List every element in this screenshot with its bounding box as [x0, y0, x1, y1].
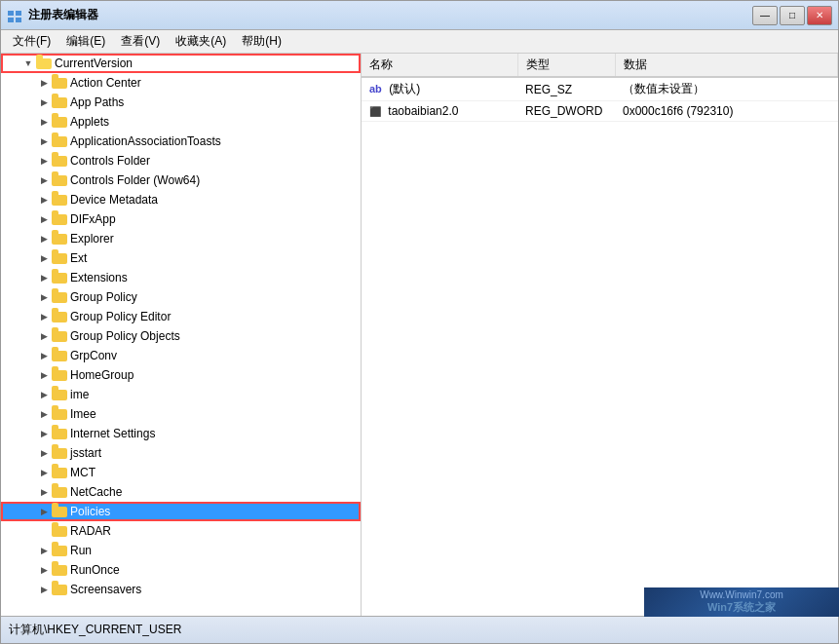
- folder-icon-internet-settings: [52, 427, 67, 440]
- tree-item-device-metadata[interactable]: Device Metadata: [1, 190, 361, 209]
- folder-icon-ext: [52, 251, 67, 265]
- expand-arrow-app-paths[interactable]: [36, 95, 52, 110]
- col-header-type[interactable]: 类型: [517, 54, 615, 77]
- expand-arrow-policies[interactable]: [36, 504, 52, 519]
- menu-view[interactable]: 查看(V): [113, 31, 168, 52]
- tree-item-group-policy-editor[interactable]: Group Policy Editor: [1, 307, 361, 326]
- table-header: 名称 类型 数据: [362, 54, 838, 77]
- folder-icon-imee: [52, 407, 67, 421]
- expand-arrow-difxapp[interactable]: [36, 211, 52, 227]
- expand-arrow-device-metadata[interactable]: [36, 192, 52, 208]
- table-row[interactable]: ⬛ taobaibian2.0 REG_DWORD 0x000c16f6 (79…: [362, 101, 838, 122]
- expand-arrow-current-version[interactable]: [20, 56, 36, 71]
- tree-item-app-paths[interactable]: App Paths: [1, 93, 361, 112]
- svg-rect-1: [16, 11, 21, 16]
- svg-rect-3: [16, 18, 21, 22]
- menu-edit[interactable]: 编辑(E): [58, 31, 113, 52]
- folder-icon-device-metadata: [52, 193, 67, 207]
- tree-label-imee: Imee: [70, 407, 96, 421]
- tree-item-ime[interactable]: ime: [1, 385, 361, 404]
- binary-icon: ⬛: [369, 106, 381, 117]
- tree-item-radar[interactable]: RADAR: [1, 521, 361, 541]
- menu-file[interactable]: 文件(F): [5, 31, 58, 52]
- expand-arrow-jsstart[interactable]: [36, 445, 52, 461]
- expand-arrow-imee[interactable]: [36, 406, 52, 422]
- tree-item-action-center[interactable]: Action Center: [1, 73, 361, 93]
- expand-arrow-group-policy-objects[interactable]: [36, 328, 52, 344]
- maximize-button[interactable]: □: [780, 6, 805, 25]
- registry-values-panel: 名称 类型 数据 ab (默认) REG_SZ （数值未设置）: [362, 54, 838, 616]
- tree-item-controls-folder-wow[interactable]: Controls Folder (Wow64): [1, 170, 361, 190]
- tree-label-runonce: RunOnce: [70, 563, 120, 577]
- tree-item-policies[interactable]: Policies: [1, 502, 361, 521]
- folder-icon-runonce: [52, 563, 67, 577]
- folder-icon-policies: [52, 505, 67, 518]
- table-row[interactable]: ab (默认) REG_SZ （数值未设置）: [362, 77, 838, 101]
- folder-icon-run: [52, 544, 67, 557]
- expand-arrow-applets[interactable]: [36, 114, 52, 130]
- tree-item-current-version[interactable]: CurrentVersion: [1, 54, 361, 73]
- expand-arrow-grpconv[interactable]: [36, 348, 52, 363]
- main-content: CurrentVersion Action Center App Paths A…: [1, 54, 838, 616]
- tree-item-imee[interactable]: Imee: [1, 404, 361, 424]
- expand-arrow-app-association[interactable]: [36, 133, 52, 149]
- expand-arrow-group-policy-editor[interactable]: [36, 309, 52, 324]
- tree-label-group-policy: Group Policy: [70, 290, 137, 304]
- tree-item-explorer[interactable]: Explorer: [1, 229, 361, 248]
- registry-table: 名称 类型 数据 ab (默认) REG_SZ （数值未设置）: [362, 54, 838, 122]
- expand-arrow-group-policy[interactable]: [36, 289, 52, 305]
- minimize-button[interactable]: —: [752, 6, 778, 25]
- expand-arrow-ime[interactable]: [36, 387, 52, 402]
- expand-arrow-homegroup[interactable]: [36, 367, 52, 383]
- tree-label-controls-folder: Controls Folder: [70, 154, 150, 168]
- tree-item-app-association[interactable]: ApplicationAssociationToasts: [1, 132, 361, 151]
- menu-favorites[interactable]: 收藏夹(A): [168, 31, 234, 52]
- expand-arrow-ext[interactable]: [36, 250, 52, 266]
- tree-item-run[interactable]: Run: [1, 541, 361, 560]
- tree-label-device-metadata: Device Metadata: [70, 193, 158, 207]
- folder-icon-current-version: [36, 57, 52, 70]
- col-header-name[interactable]: 名称: [362, 54, 517, 77]
- tree-item-controls-folder[interactable]: Controls Folder: [1, 151, 361, 170]
- folder-icon-difxapp: [52, 212, 67, 226]
- expand-arrow-internet-settings[interactable]: [36, 426, 52, 441]
- expand-arrow-run[interactable]: [36, 543, 52, 558]
- expand-arrow-controls-folder-wow[interactable]: [36, 172, 52, 188]
- tree-item-screensavers[interactable]: Screensavers: [1, 580, 361, 599]
- tree-item-difxapp[interactable]: DIFxApp: [1, 209, 361, 229]
- cell-type-default: REG_SZ: [517, 77, 615, 101]
- tree-item-applets[interactable]: Applets: [1, 112, 361, 132]
- tree-label-radar: RADAR: [70, 524, 111, 538]
- folder-icon-app-paths: [52, 95, 67, 109]
- folder-icon-grpconv: [52, 349, 67, 362]
- tree-label-policies: Policies: [70, 505, 110, 518]
- expand-arrow-controls-folder[interactable]: [36, 153, 52, 169]
- close-button[interactable]: ✕: [807, 6, 832, 25]
- tree-item-group-policy[interactable]: Group Policy: [1, 287, 361, 307]
- expand-arrow-extensions[interactable]: [36, 270, 52, 285]
- expand-arrow-runonce[interactable]: [36, 562, 52, 578]
- tree-item-extensions[interactable]: Extensions: [1, 268, 361, 287]
- tree-item-group-policy-objects[interactable]: Group Policy Objects: [1, 326, 361, 346]
- expand-arrow-action-center[interactable]: [36, 75, 52, 91]
- svg-rect-2: [8, 18, 14, 22]
- col-header-data[interactable]: 数据: [615, 54, 838, 77]
- folder-icon-applets: [52, 115, 67, 129]
- tree-item-runonce[interactable]: RunOnce: [1, 560, 361, 580]
- tree-item-internet-settings[interactable]: Internet Settings: [1, 424, 361, 443]
- expand-arrow-explorer[interactable]: [36, 231, 52, 246]
- registry-tree[interactable]: CurrentVersion Action Center App Paths A…: [1, 54, 362, 616]
- tree-item-jsstart[interactable]: jsstart: [1, 443, 361, 463]
- tree-item-mct[interactable]: MCT: [1, 463, 361, 482]
- tree-label-action-center: Action Center: [70, 76, 141, 90]
- tree-item-netcache[interactable]: NetCache: [1, 482, 361, 502]
- expand-arrow-netcache[interactable]: [36, 484, 52, 500]
- tree-item-grpconv[interactable]: GrpConv: [1, 346, 361, 365]
- tree-label-difxapp: DIFxApp: [70, 212, 116, 226]
- tree-item-ext[interactable]: Ext: [1, 248, 361, 268]
- menu-help[interactable]: 帮助(H): [234, 31, 289, 52]
- expand-arrow-screensavers[interactable]: [36, 582, 52, 597]
- cell-data-taobao: 0x000c16f6 (792310): [615, 101, 838, 122]
- tree-item-homegroup[interactable]: HomeGroup: [1, 365, 361, 385]
- expand-arrow-mct[interactable]: [36, 465, 52, 480]
